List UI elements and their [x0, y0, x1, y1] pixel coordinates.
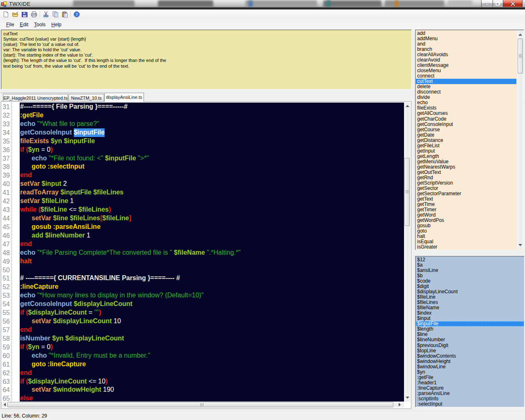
command-item[interactable]: addMenu: [416, 36, 516, 41]
code-token: $yn $displayLineCount: [52, 335, 124, 342]
code-line-39: end: [20, 171, 404, 180]
tab-displayAnsiLine.ts[interactable]: displayAnsiLine.ts: [104, 93, 144, 102]
editor-vscroll-thumb[interactable]: [404, 158, 410, 226]
editor-vertical-scrollbar[interactable]: [404, 103, 411, 402]
maximize-button[interactable]: [493, 0, 503, 7]
command-item[interactable]: goto: [416, 228, 516, 234]
variable-item[interactable]: :parseAnsiLine: [416, 391, 524, 396]
command-item[interactable]: getRnd: [416, 175, 516, 180]
variable-item[interactable]: $windowHeight: [416, 359, 524, 364]
command-list-scroll-thumb[interactable]: [518, 39, 523, 73]
variable-item[interactable]: $ansiLine: [416, 268, 524, 273]
command-item[interactable]: isGreater: [416, 244, 516, 250]
save-button[interactable]: [21, 11, 28, 18]
command-item[interactable]: gosub: [416, 223, 516, 228]
selected-text[interactable]: $inputFile: [74, 128, 105, 137]
new-document-button[interactable]: [2, 11, 9, 18]
variable-item[interactable]: $topLine: [416, 348, 524, 354]
variable-item[interactable]: $b: [416, 273, 524, 278]
code-token: setVar: [32, 215, 53, 221]
command-item[interactable]: getCharCode: [416, 116, 516, 122]
code-token: "*File not found: <": [49, 155, 105, 162]
code-token: $yn: [28, 146, 40, 153]
command-item[interactable]: getInput: [416, 148, 516, 154]
variable-item[interactable]: $12: [416, 257, 524, 262]
toolbar: ?: [0, 9, 525, 19]
print-button[interactable]: [30, 11, 38, 18]
command-item[interactable]: disconnect: [416, 89, 516, 95]
command-list-items: addaddMenuandbranchclearAllAvoidsclearAv…: [416, 31, 516, 250]
command-item[interactable]: getDate: [416, 132, 516, 138]
code-line-49: halt: [20, 257, 404, 266]
menu-file[interactable]: File: [3, 20, 17, 29]
variable-item[interactable]: $code: [416, 278, 524, 284]
variable-item[interactable]: :getFile: [416, 375, 524, 380]
variable-item[interactable]: $lineNumber: [416, 337, 524, 342]
code-line-33: echo "*What file to parse?": [20, 120, 404, 128]
variable-item[interactable]: $length: [416, 326, 524, 332]
scroll-up-icon[interactable]: [406, 105, 409, 107]
variable-item[interactable]: :header1: [416, 380, 524, 386]
tab-EP_Haggle2011 Unencrypted.ts[interactable]: EP_Haggle2011 Unencrypted.ts: [3, 94, 68, 102]
scroll-down-icon[interactable]: [406, 397, 409, 399]
paste-button[interactable]: [61, 11, 68, 18]
scroll-down-icon[interactable]: [518, 244, 522, 246]
glass-reflection: [73, 0, 135, 7]
menu-edit[interactable]: Edit: [17, 20, 31, 29]
variable-item[interactable]: $yn: [416, 370, 524, 375]
variable-item[interactable]: $previousDigit: [416, 343, 524, 348]
command-item[interactable]: getAllCourses: [416, 111, 516, 116]
scroll-up-icon[interactable]: [518, 34, 522, 36]
code-token: end: [20, 369, 32, 376]
variable-item[interactable]: $windowLine: [416, 364, 524, 370]
copy-button[interactable]: [52, 11, 59, 18]
variable-item[interactable]: :scriptInfo: [416, 396, 524, 402]
command-item[interactable]: getNearestWarps: [416, 164, 516, 170]
tab-NewZTM_10.ts[interactable]: NewZTM_10.ts: [68, 94, 104, 102]
command-item[interactable]: getWordPos: [416, 218, 516, 223]
code-line-46: add $lineNumber 1: [20, 231, 404, 240]
code-line-31: #----====={ File Parsing }====-----#: [20, 103, 404, 111]
command-item[interactable]: getScriptVersion: [416, 180, 516, 186]
open-folder-button[interactable]: [11, 11, 19, 18]
command-item[interactable]: getOutText: [416, 170, 516, 175]
code-token: 1: [85, 232, 90, 239]
menu-tools[interactable]: Tools: [31, 20, 48, 29]
code-line-40: setVar $input 2: [20, 180, 404, 188]
command-item[interactable]: divide: [416, 95, 516, 100]
command-item[interactable]: getDistance: [416, 138, 516, 143]
command-list: addaddMenuandbranchclearAllAvoidsclearAv…: [415, 30, 524, 250]
command-item[interactable]: getMenuValue: [416, 159, 516, 164]
command-list-scrollbar[interactable]: [517, 30, 524, 249]
variable-item[interactable]: :selectInput: [416, 402, 524, 407]
cut-button[interactable]: [42, 11, 50, 18]
command-item[interactable]: getConsoleInput: [416, 122, 516, 127]
scroll-grip: [200, 403, 203, 406]
command-item[interactable]: getSectorParameter: [416, 191, 516, 196]
command-item[interactable]: getSector: [416, 186, 516, 191]
line-number: 36: [1, 146, 10, 155]
scroll-left-icon[interactable]: [4, 403, 6, 406]
variable-item[interactable]: :lineCapture: [416, 386, 524, 391]
cursor-position-status: Line: 56, Column: 29: [2, 413, 47, 419]
variable-item[interactable]: $index: [416, 310, 524, 316]
command-item[interactable]: getLength: [416, 154, 516, 159]
editor-hscroll-thumb[interactable]: [7, 402, 393, 407]
menu-help[interactable]: Help: [48, 20, 64, 29]
code-line-41: readToArray $inputFile $fileLines: [20, 188, 404, 197]
code-token: $fileLines: [78, 206, 109, 213]
command-item[interactable]: getFileList: [416, 143, 516, 148]
code-token: $line $fileLines: [53, 215, 100, 221]
command-item[interactable]: cutText: [416, 79, 516, 84]
command-item[interactable]: getCourse: [416, 127, 516, 132]
help-description-panel: cutTextSyntax: cutText {value} var {star…: [1, 30, 412, 89]
minimize-button[interactable]: [481, 0, 493, 7]
code-token: if (: [20, 343, 28, 350]
variable-item[interactable]: $fileName: [416, 305, 524, 310]
code-editor[interactable]: #----====={ File Parsing }====-----#:get…: [20, 103, 404, 402]
scroll-right-icon[interactable]: [399, 403, 401, 406]
help-button[interactable]: ?: [73, 11, 80, 18]
variable-item[interactable]: $windowContents: [416, 354, 524, 359]
editor-horizontal-scrollbar[interactable]: [1, 402, 404, 408]
close-button[interactable]: [503, 0, 523, 7]
